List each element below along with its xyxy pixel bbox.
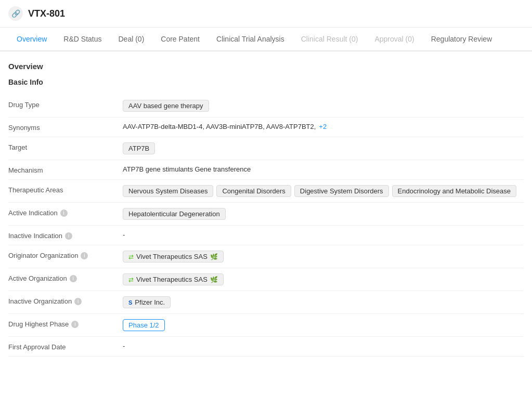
inactive-indication-value: - [123, 231, 524, 239]
mechanism-value: ATP7B gene stimulants Gene transference [123, 165, 524, 173]
originator-org-value: ⇄ Vivet Therapeutics SAS 🌿 [123, 251, 524, 263]
tab-rd-status[interactable]: R&D Status [55, 28, 110, 51]
drug-highest-phase-value: Phase 1/2 [123, 319, 524, 331]
active-indication-label: Active Indication i [8, 208, 123, 217]
therapeutic-areas-label: Therapeutic Areas [8, 185, 123, 194]
field-synonyms: Synonyms AAV-ATP7B-delta-MBD1-4, AAV3B-m… [8, 117, 524, 137]
field-drug-highest-phase: Drug Highest Phase i Phase 1/2 [8, 314, 524, 337]
tab-overview[interactable]: Overview [8, 28, 55, 51]
first-approval-date-value: - [123, 342, 524, 350]
inactive-indication-dash: - [123, 231, 125, 239]
field-originator-org: Originator Organization i ⇄ Vivet Therap… [8, 245, 524, 268]
tab-bar: Overview R&D Status Deal (0) Core Patent… [0, 28, 532, 51]
section-title: Basic Info [8, 78, 524, 86]
synonyms-text: AAV-ATP7B-delta-MBD1-4, AAV3B-miniATP7B,… [123, 123, 316, 130]
tab-regulatory[interactable]: Regulatory Review [423, 28, 501, 51]
active-org-value: ⇄ Vivet Therapeutics SAS 🌿 [123, 273, 524, 285]
active-org-name: Vivet Therapeutics SAS [136, 276, 207, 283]
main-content: Overview Basic Info Drug Type AAV based … [0, 51, 532, 367]
originator-org-info-icon[interactable]: i [81, 252, 88, 259]
inactive-indication-label: Inactive Indication i [8, 231, 123, 240]
inactive-org-value: S Pfizer Inc. [123, 296, 524, 308]
tab-clinical-result: Clinical Result (0) [293, 28, 367, 51]
originator-org-name: Vivet Therapeutics SAS [136, 253, 207, 260]
app-title: VTX-801 [28, 8, 65, 19]
field-inactive-indication: Inactive Indication i - [8, 226, 524, 245]
therapeutic-tag-endocrinology: Endocrinology and Metabolic Disease [392, 185, 517, 197]
active-org-label: Active Organization i [8, 273, 123, 282]
field-active-indication: Active Indication i Hepatolenticular Deg… [8, 203, 524, 226]
target-tag: ATP7B [123, 142, 155, 154]
active-indication-info-icon[interactable]: i [60, 209, 68, 217]
inactive-org-info-icon[interactable]: i [74, 298, 82, 305]
first-approval-date-label: First Approval Date [8, 342, 123, 351]
active-org-tag: ⇄ Vivet Therapeutics SAS 🌿 [123, 273, 224, 285]
drug-type-value: AAV based gene therapy [123, 100, 524, 112]
app-header: 🔗 VTX-801 [0, 0, 532, 28]
synonyms-label: Synonyms [8, 123, 123, 132]
first-approval-date-dash: - [123, 342, 125, 350]
therapeutic-areas-value: Nervous System Diseases Congenital Disor… [123, 185, 524, 197]
drug-highest-phase-info-icon[interactable]: i [71, 321, 79, 328]
inactive-indication-info-icon[interactable]: i [65, 232, 72, 240]
field-first-approval-date: First Approval Date - [8, 337, 524, 357]
drug-highest-phase-label: Drug Highest Phase i [8, 319, 123, 328]
page-title: Overview [8, 62, 524, 71]
originator-org-tag: ⇄ Vivet Therapeutics SAS 🌿 [123, 251, 224, 263]
inactive-org-name: Pfizer Inc. [135, 298, 165, 306]
originator-org-arrow-icon: ⇄ [128, 253, 134, 260]
therapeutic-tag-congenital: Congenital Disorders [216, 185, 291, 197]
active-org-info-icon[interactable]: i [70, 275, 77, 282]
field-mechanism: Mechanism ATP7B gene stimulants Gene tra… [8, 160, 524, 180]
active-org-arrow-icon: ⇄ [128, 276, 134, 283]
synonyms-more[interactable]: +2 [319, 123, 327, 130]
tab-approval: Approval (0) [366, 28, 422, 51]
drug-highest-phase-tag: Phase 1/2 [123, 319, 165, 331]
originator-org-label: Originator Organization i [8, 251, 123, 259]
drug-type-label: Drug Type [8, 100, 123, 109]
field-drug-type: Drug Type AAV based gene therapy [8, 95, 524, 117]
mechanism-label: Mechanism [8, 165, 123, 174]
pfizer-logo-icon: S [128, 299, 132, 306]
field-therapeutic-areas: Therapeutic Areas Nervous System Disease… [8, 180, 524, 203]
target-label: Target [8, 142, 123, 151]
drug-type-tag: AAV based gene therapy [123, 100, 209, 112]
target-value: ATP7B [123, 142, 524, 154]
app-icon: 🔗 [8, 6, 23, 21]
originator-org-tree-icon: 🌿 [210, 253, 218, 260]
tab-clinical-trial[interactable]: Clinical Trial Analysis [208, 28, 293, 51]
active-org-tree-icon: 🌿 [210, 276, 218, 283]
tab-deal[interactable]: Deal (0) [110, 28, 153, 51]
synonyms-value: AAV-ATP7B-delta-MBD1-4, AAV3B-miniATP7B,… [123, 123, 524, 130]
field-inactive-org: Inactive Organization i S Pfizer Inc. [8, 291, 524, 314]
inactive-org-label: Inactive Organization i [8, 296, 123, 305]
field-target: Target ATP7B [8, 137, 524, 160]
inactive-org-tag: S Pfizer Inc. [123, 296, 171, 308]
field-active-org: Active Organization i ⇄ Vivet Therapeuti… [8, 268, 524, 291]
mechanism-text: ATP7B gene stimulants Gene transference [123, 165, 251, 173]
active-indication-value: Hepatolenticular Degeneration [123, 208, 524, 220]
therapeutic-tag-digestive: Digestive System Disorders [294, 185, 389, 197]
therapeutic-tag-nervous: Nervous System Diseases [123, 185, 213, 197]
tab-core-patent[interactable]: Core Patent [152, 28, 208, 51]
active-indication-tag: Hepatolenticular Degeneration [123, 208, 226, 220]
